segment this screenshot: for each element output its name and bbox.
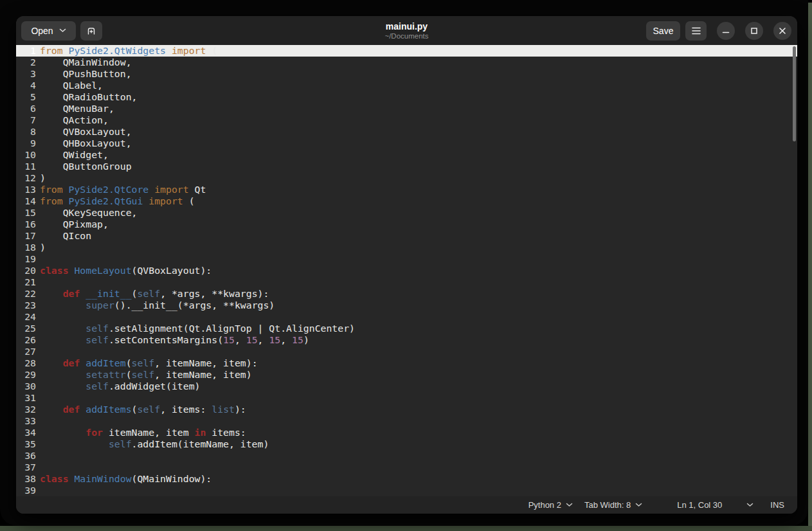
code-text: QPushButton, — [36, 68, 132, 80]
line-number: 26 — [16, 334, 36, 346]
code-line: 38class MainWindow(QMainWindow): — [16, 473, 797, 485]
editor-area[interactable]: 1from PySide2.QtWidgets import (2 QMainW… — [16, 45, 797, 496]
line-number: 5 — [16, 91, 36, 103]
language-label: Python 2 — [528, 500, 561, 510]
code-token — [143, 195, 149, 206]
code-token: ( — [126, 369, 132, 380]
tab-width-label: Tab Width: 8 — [584, 500, 631, 510]
code-line: 18) — [16, 242, 797, 253]
code-line: 8 QVBoxLayout, — [16, 126, 797, 138]
code-text: self.setContentsMargins(15, 15, 15, 15) — [36, 334, 309, 346]
code-line: 25 self.setAlignment(Qt.AlignTop | Qt.Al… — [16, 323, 797, 334]
code-token: QButtonGroup — [40, 161, 132, 172]
code-line: 32 def addItems(self, items: list): — [16, 404, 797, 415]
code-text: from PySide2.QtGui import ( — [36, 195, 195, 207]
code-text: self.setAlignment(Qt.AlignTop | Qt.Align… — [36, 323, 355, 334]
code-text: QHBoxLayout, — [36, 138, 132, 149]
code-token: from — [40, 184, 69, 195]
line-number: 3 — [16, 68, 36, 80]
goto-line-dropdown[interactable] — [746, 503, 753, 507]
code-text: QKeySequence, — [36, 207, 137, 219]
scrollbar-thumb[interactable] — [793, 46, 796, 141]
code-line: 37 — [16, 462, 797, 473]
code-token: QPushButton, — [40, 68, 132, 79]
code-text: QLabel, — [36, 80, 103, 91]
code-text: self.addItem(itemName, item) — [36, 438, 269, 450]
insert-mode-indicator[interactable]: INS — [770, 500, 784, 510]
open-button[interactable]: Open — [21, 21, 76, 40]
code-text: QWidget, — [36, 149, 109, 161]
code-token: def — [63, 357, 86, 368]
code-token: class — [40, 265, 74, 276]
line-number: 29 — [16, 369, 36, 381]
line-number: 14 — [16, 195, 36, 207]
code-token: import — [149, 195, 183, 206]
chevron-down-icon — [746, 503, 753, 507]
code-token: import — [172, 45, 206, 56]
code-text: QIcon — [36, 230, 91, 242]
code-text: from PySide2.QtCore import Qt — [36, 184, 206, 195]
code-line: 36 — [16, 450, 797, 462]
code-token — [40, 334, 86, 345]
code-token: self — [137, 404, 160, 415]
save-button[interactable]: Save — [646, 21, 680, 40]
tab-width-selector[interactable]: Tab Width: 8 — [584, 500, 642, 510]
code-token: HomeLayout — [74, 265, 131, 276]
code-token: MainWindow — [74, 473, 131, 484]
line-number: 8 — [16, 126, 36, 138]
code-token: QAction, — [40, 114, 109, 125]
document-title: mainui.py — [386, 21, 428, 32]
line-number: 10 — [16, 149, 36, 161]
code-token: , itemName, item) — [154, 369, 251, 380]
code-token — [40, 427, 86, 438]
code-text: def addItems(self, items: list): — [36, 404, 246, 415]
code-text: def __init__(self, *args, **kwargs): — [36, 288, 269, 300]
code-text: QRadioButton, — [36, 91, 137, 103]
code-line: 13from PySide2.QtCore import Qt — [16, 184, 797, 195]
line-number: 19 — [16, 253, 36, 265]
code-line: 6 QMenuBar, — [16, 103, 797, 114]
code-text: ) — [36, 242, 46, 253]
code-token: QLabel, — [40, 80, 103, 91]
code-token — [40, 288, 63, 299]
chevron-down-icon — [635, 503, 642, 507]
line-number: 30 — [16, 381, 36, 392]
menu-button[interactable] — [685, 21, 707, 40]
line-number: 20 — [16, 265, 36, 276]
code-line: 9 QHBoxLayout, — [16, 138, 797, 149]
code-line: 2 QMainWindow, — [16, 57, 797, 68]
code-line: 12) — [16, 172, 797, 184]
minimize-button[interactable] — [717, 22, 735, 40]
code-token: QVBoxLayout, — [40, 126, 132, 137]
line-number: 36 — [16, 450, 36, 462]
code-token: QIcon — [40, 230, 91, 241]
code-text: QVBoxLayout, — [36, 126, 132, 138]
code-token: , — [258, 334, 269, 345]
code-token — [149, 184, 154, 195]
code-token: ): — [235, 404, 246, 415]
code-token: PySide2.QtGui — [69, 195, 143, 206]
code-token: self — [86, 334, 109, 345]
code-text — [36, 276, 40, 288]
cursor-position-label: Ln 1, Col 30 — [677, 500, 722, 510]
code-token: , items: — [160, 404, 212, 415]
code-text: def addItem(self, itemName, item): — [36, 357, 258, 369]
new-tab-button[interactable] — [80, 21, 102, 40]
code-token — [40, 438, 109, 449]
chevron-down-icon — [566, 503, 573, 507]
maximize-icon — [750, 27, 758, 35]
cursor-position[interactable]: Ln 1, Col 30 — [677, 500, 722, 510]
code-line: 23 super().__init__(*args, **kwargs) — [16, 300, 797, 311]
line-number: 23 — [16, 300, 36, 311]
close-button[interactable] — [773, 22, 791, 40]
language-selector[interactable]: Python 2 — [528, 500, 573, 510]
line-number: 13 — [16, 184, 36, 195]
code-token: def — [63, 288, 86, 299]
line-number: 32 — [16, 404, 36, 415]
code-token: self — [132, 369, 155, 380]
code-token: ( — [183, 195, 195, 206]
maximize-button[interactable] — [745, 22, 763, 40]
line-number: 6 — [16, 103, 36, 114]
code-token: , itemName, item): — [154, 357, 257, 368]
code-text: self.addWidget(item) — [36, 381, 200, 392]
